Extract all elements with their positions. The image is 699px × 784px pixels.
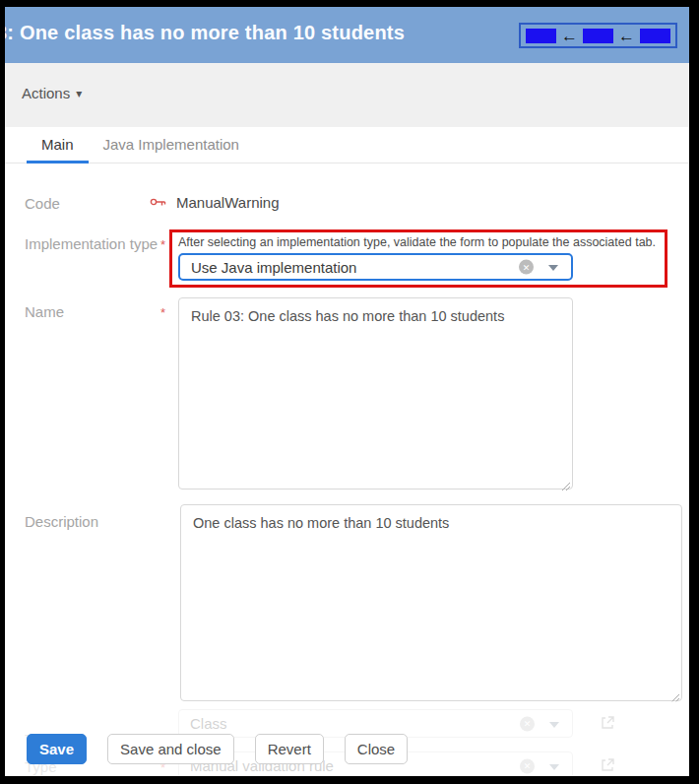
close-button[interactable]: Close xyxy=(345,734,408,764)
implementation-type-selected-value: Use Java implementation xyxy=(191,259,356,276)
clear-selection-icon[interactable]: ✕ xyxy=(519,260,534,275)
implementation-type-select[interactable]: Use Java implementation ✕ xyxy=(178,253,573,281)
blue-box-icon xyxy=(526,29,556,43)
code-value-row: ManualWarning xyxy=(150,194,280,211)
implementation-type-label: Implementation type xyxy=(25,234,158,255)
description-field-wrapper: One class has no more than 10 students xyxy=(180,504,682,701)
description-label-row: Description xyxy=(25,512,165,532)
window-header: 3: One class has no more than 10 student… xyxy=(5,7,689,63)
actions-menu-button[interactable]: Actions ▾ xyxy=(22,85,82,101)
blue-box-icon xyxy=(640,29,670,43)
code-label: Code xyxy=(25,194,60,214)
blue-box-icon xyxy=(583,29,613,43)
chevron-down-icon: ▾ xyxy=(76,87,82,100)
footer-button-bar: Save Save and close Revert Close xyxy=(5,701,689,776)
left-arrow-icon: ← xyxy=(559,29,580,43)
implementation-type-helper-text: After selecting an implementation type, … xyxy=(178,234,659,251)
save-button[interactable]: Save xyxy=(27,734,87,764)
save-and-close-button[interactable]: Save and close xyxy=(107,734,234,764)
name-label: Name xyxy=(25,302,64,323)
key-icon xyxy=(150,194,166,211)
left-arrow-icon: ← xyxy=(616,29,637,43)
code-value: ManualWarning xyxy=(176,194,280,211)
page-title: 3: One class has no more than 10 student… xyxy=(5,22,405,44)
name-textarea[interactable]: Rule 03: One class has no more than 10 s… xyxy=(178,297,573,490)
implementation-type-label-row: Implementation type * xyxy=(25,234,165,255)
screenshot-frame: 3: One class has no more than 10 student… xyxy=(0,0,699,784)
actions-menu-label: Actions xyxy=(22,85,70,101)
tab-main[interactable]: Main xyxy=(27,127,89,163)
actions-toolbar: Actions ▾ xyxy=(5,63,689,127)
implementation-type-highlight-box: After selecting an implementation type, … xyxy=(169,229,667,288)
chevron-down-icon[interactable] xyxy=(548,265,558,271)
tab-java-implementation[interactable]: Java Implementation xyxy=(89,127,254,163)
name-field-wrapper: Rule 03: One class has no more than 10 s… xyxy=(178,297,573,490)
required-asterisk: * xyxy=(160,234,165,255)
name-label-row: Name * xyxy=(25,302,165,323)
description-textarea[interactable]: One class has no more than 10 students xyxy=(180,504,682,701)
required-asterisk: * xyxy=(160,302,165,323)
code-label-row: Code xyxy=(25,194,165,214)
tab-bar: Main Java Implementation xyxy=(5,127,689,163)
description-label: Description xyxy=(25,512,98,532)
nav-boxes-widget: ← ← xyxy=(519,23,677,48)
record-editor-window: 3: One class has no more than 10 student… xyxy=(5,7,689,776)
revert-button[interactable]: Revert xyxy=(255,734,324,764)
footer-buttons: Save Save and close Revert Close xyxy=(27,734,408,764)
